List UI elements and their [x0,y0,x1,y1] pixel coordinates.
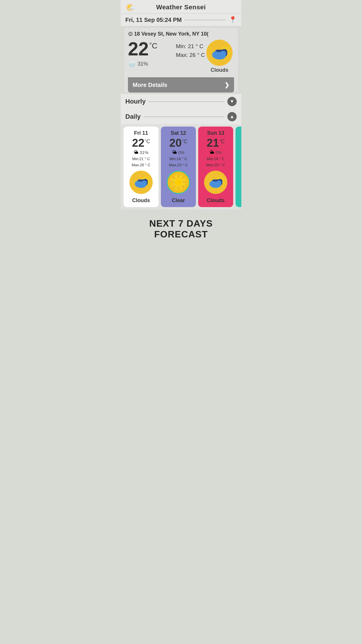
temp-degree: ° [149,42,152,48]
daily-card[interactable]: Sat 12 20 ° C 🌥 0% Min:18 ° C Max:23 ° C [161,127,196,207]
daily-section-header[interactable]: Daily ▲ [121,109,241,124]
temp-unit: C [152,42,157,50]
next7-title: NEXT 7 DAYS FORECAST [149,218,213,239]
card-rain-row: 🌥 0% [172,150,184,155]
rain-pct: 31% [138,61,148,67]
daily-title: Daily [125,113,141,120]
app-logo: 🌤️ [125,3,136,12]
card-rain-icon: 🌥 [210,150,214,155]
hourly-chevron-down-icon: ▼ [230,99,234,104]
weather-card: ⊙ 18 Vesey St, New York, NY 10( 22 ° C 🌧… [124,27,238,93]
card-temp: 21 [207,137,219,148]
current-temp: 22 ° C [128,40,176,58]
daily-chevron-up-icon: ▲ [230,114,234,119]
max-temp: Max: 26 ° C [176,51,205,60]
svg-point-6 [220,51,226,57]
card-temp: 20 [169,137,182,148]
more-details-chevron: ❯ [224,81,229,88]
weather-main: 22 ° C 🌧️ 31% Min: 21 ° C Max: 26 ° C [128,40,234,75]
weather-label: Clouds [211,67,229,73]
card-day: Sun 13 [207,130,224,136]
rain-row: 🌧️ 31% [128,60,176,68]
card-temp-row: 22 ° C [132,137,150,148]
card-weather-label: Clouds [207,197,225,204]
card-day: Fri 11 [134,130,148,136]
min-temp: Min: 21 ° C [176,42,205,51]
daily-card[interactable]: Mo... ... ° C 🌥 ... Min... ° C Max... ° … [236,127,241,207]
card-minmax: Min:21 ° C Max:26 ° C [132,156,150,168]
daily-divider [144,117,224,117]
card-rain-row: 🌥 31% [134,150,148,155]
daily-cards-container: Fri 11 22 ° C 🌥 31% Min:21 ° C Max:26 ° … [121,124,241,209]
card-rain-icon: 🌥 [172,150,177,155]
app-header: 🌤️ Weather Sensei [121,0,241,14]
card-day: Sat 12 [171,130,186,136]
svg-line-20 [182,177,184,178]
location-address: 18 Vesey St, New York, NY 10( [134,31,208,37]
hourly-section-header[interactable]: Hourly ▼ [121,94,241,109]
weather-icon-circle [206,40,233,66]
datetime-divider [184,20,226,20]
card-icon-circle [129,171,153,194]
card-minmax: Min:18 ° C Max:23 ° C [169,156,188,168]
card-weather-label: Clouds [132,197,150,204]
svg-line-21 [173,186,175,188]
more-details-button[interactable]: More Details ❯ [128,77,234,92]
more-details-label: More Details [133,82,167,88]
svg-point-30 [217,181,222,186]
hourly-toggle[interactable]: ▼ [227,97,237,106]
rain-icon: 🌧️ [128,60,136,68]
daily-card[interactable]: Sun 13 21 ° C 🌥 0% Min:19 ° C Max:23 ° C… [198,127,233,207]
svg-line-19 [182,186,184,188]
daily-card[interactable]: Fri 11 22 ° C 🌥 31% Min:21 ° C Max:26 ° … [124,127,159,207]
minmax-section: Min: 21 ° C Max: 26 ° C [176,40,205,60]
card-rain-pct: 0% [215,150,222,155]
card-rain-row: 🌥 0% [210,150,222,155]
card-temp: 22 [132,137,144,148]
card-icon-circle [167,171,190,194]
next7-section: NEXT 7 DAYS FORECAST [121,209,241,249]
temp-section: 22 ° C 🌧️ 31% [128,40,176,68]
card-temp-row: 21 ° C [207,137,225,148]
location-icon: ⊙ [128,30,133,37]
temp-number: 22 [128,40,149,58]
svg-point-13 [142,181,147,186]
card-weather-label: Clear [172,197,185,204]
svg-point-12 [135,181,141,187]
card-rain-icon: 🌥 [134,150,138,155]
clouds-icon [209,46,230,60]
datetime-text: Fri, 11 Sep 05:24 PM [125,17,182,23]
svg-point-23 [175,179,181,185]
card-rain-pct: 0% [178,150,184,155]
card-temp-row: 20 ° C [169,137,187,148]
app-title: Weather Sensei [156,4,206,11]
card-rain-pct: 31% [140,150,148,155]
daily-toggle[interactable]: ▲ [227,112,237,121]
card-minmax: Min:19 ° C Max:23 ° C [206,156,225,168]
svg-point-5 [212,51,219,58]
svg-point-29 [210,181,216,187]
location-pin-icon[interactable]: 📍 [229,16,237,24]
hourly-title: Hourly [125,98,146,105]
svg-line-18 [173,177,175,178]
hourly-divider [149,102,224,102]
card-icon-circle [204,171,227,194]
weather-icon-section: Clouds [205,40,234,73]
datetime-bar: Fri, 11 Sep 05:24 PM 📍 [121,14,241,26]
